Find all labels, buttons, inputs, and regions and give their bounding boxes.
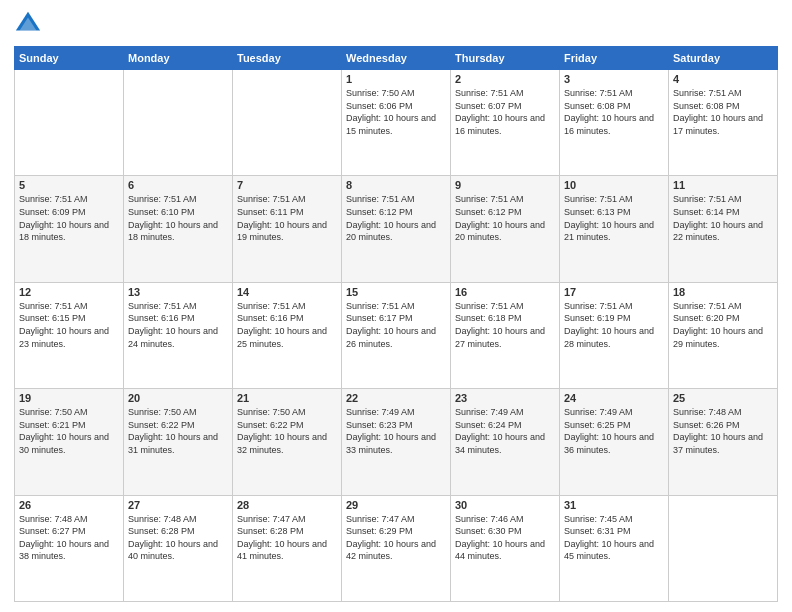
calendar-cell: 11Sunrise: 7:51 AMSunset: 6:14 PMDayligh… bbox=[669, 176, 778, 282]
day-number: 15 bbox=[346, 286, 446, 298]
calendar-cell: 7Sunrise: 7:51 AMSunset: 6:11 PMDaylight… bbox=[233, 176, 342, 282]
calendar-cell: 14Sunrise: 7:51 AMSunset: 6:16 PMDayligh… bbox=[233, 282, 342, 388]
day-number: 24 bbox=[564, 392, 664, 404]
weekday-header-sunday: Sunday bbox=[15, 47, 124, 70]
week-row-1: 1Sunrise: 7:50 AMSunset: 6:06 PMDaylight… bbox=[15, 70, 778, 176]
calendar-cell: 23Sunrise: 7:49 AMSunset: 6:24 PMDayligh… bbox=[451, 389, 560, 495]
day-number: 3 bbox=[564, 73, 664, 85]
calendar-cell: 31Sunrise: 7:45 AMSunset: 6:31 PMDayligh… bbox=[560, 495, 669, 601]
day-number: 21 bbox=[237, 392, 337, 404]
weekday-header-thursday: Thursday bbox=[451, 47, 560, 70]
calendar-cell bbox=[669, 495, 778, 601]
calendar-cell: 24Sunrise: 7:49 AMSunset: 6:25 PMDayligh… bbox=[560, 389, 669, 495]
calendar-cell: 25Sunrise: 7:48 AMSunset: 6:26 PMDayligh… bbox=[669, 389, 778, 495]
day-number: 7 bbox=[237, 179, 337, 191]
calendar-cell: 26Sunrise: 7:48 AMSunset: 6:27 PMDayligh… bbox=[15, 495, 124, 601]
day-number: 23 bbox=[455, 392, 555, 404]
page: SundayMondayTuesdayWednesdayThursdayFrid… bbox=[0, 0, 792, 612]
day-number: 6 bbox=[128, 179, 228, 191]
calendar-table: SundayMondayTuesdayWednesdayThursdayFrid… bbox=[14, 46, 778, 602]
calendar-cell bbox=[233, 70, 342, 176]
calendar-cell: 12Sunrise: 7:51 AMSunset: 6:15 PMDayligh… bbox=[15, 282, 124, 388]
calendar-cell: 4Sunrise: 7:51 AMSunset: 6:08 PMDaylight… bbox=[669, 70, 778, 176]
logo bbox=[14, 10, 46, 38]
day-info: Sunrise: 7:50 AMSunset: 6:06 PMDaylight:… bbox=[346, 87, 446, 137]
day-number: 1 bbox=[346, 73, 446, 85]
day-info: Sunrise: 7:51 AMSunset: 6:14 PMDaylight:… bbox=[673, 193, 773, 243]
day-info: Sunrise: 7:51 AMSunset: 6:16 PMDaylight:… bbox=[237, 300, 337, 350]
weekday-header-saturday: Saturday bbox=[669, 47, 778, 70]
day-number: 19 bbox=[19, 392, 119, 404]
day-number: 25 bbox=[673, 392, 773, 404]
week-row-5: 26Sunrise: 7:48 AMSunset: 6:27 PMDayligh… bbox=[15, 495, 778, 601]
day-info: Sunrise: 7:51 AMSunset: 6:09 PMDaylight:… bbox=[19, 193, 119, 243]
day-info: Sunrise: 7:50 AMSunset: 6:22 PMDaylight:… bbox=[128, 406, 228, 456]
day-info: Sunrise: 7:51 AMSunset: 6:18 PMDaylight:… bbox=[455, 300, 555, 350]
day-number: 22 bbox=[346, 392, 446, 404]
calendar-cell bbox=[15, 70, 124, 176]
day-number: 18 bbox=[673, 286, 773, 298]
day-number: 5 bbox=[19, 179, 119, 191]
day-info: Sunrise: 7:51 AMSunset: 6:12 PMDaylight:… bbox=[346, 193, 446, 243]
day-info: Sunrise: 7:51 AMSunset: 6:19 PMDaylight:… bbox=[564, 300, 664, 350]
day-number: 17 bbox=[564, 286, 664, 298]
day-info: Sunrise: 7:49 AMSunset: 6:24 PMDaylight:… bbox=[455, 406, 555, 456]
calendar-cell: 19Sunrise: 7:50 AMSunset: 6:21 PMDayligh… bbox=[15, 389, 124, 495]
day-info: Sunrise: 7:51 AMSunset: 6:08 PMDaylight:… bbox=[673, 87, 773, 137]
calendar-cell: 3Sunrise: 7:51 AMSunset: 6:08 PMDaylight… bbox=[560, 70, 669, 176]
day-number: 14 bbox=[237, 286, 337, 298]
week-row-2: 5Sunrise: 7:51 AMSunset: 6:09 PMDaylight… bbox=[15, 176, 778, 282]
day-number: 26 bbox=[19, 499, 119, 511]
calendar-cell: 8Sunrise: 7:51 AMSunset: 6:12 PMDaylight… bbox=[342, 176, 451, 282]
calendar-cell: 27Sunrise: 7:48 AMSunset: 6:28 PMDayligh… bbox=[124, 495, 233, 601]
calendar-cell: 9Sunrise: 7:51 AMSunset: 6:12 PMDaylight… bbox=[451, 176, 560, 282]
calendar-cell: 6Sunrise: 7:51 AMSunset: 6:10 PMDaylight… bbox=[124, 176, 233, 282]
day-number: 9 bbox=[455, 179, 555, 191]
day-number: 2 bbox=[455, 73, 555, 85]
day-info: Sunrise: 7:50 AMSunset: 6:22 PMDaylight:… bbox=[237, 406, 337, 456]
weekday-header-tuesday: Tuesday bbox=[233, 47, 342, 70]
day-info: Sunrise: 7:50 AMSunset: 6:21 PMDaylight:… bbox=[19, 406, 119, 456]
day-number: 13 bbox=[128, 286, 228, 298]
day-info: Sunrise: 7:51 AMSunset: 6:10 PMDaylight:… bbox=[128, 193, 228, 243]
day-number: 11 bbox=[673, 179, 773, 191]
day-number: 30 bbox=[455, 499, 555, 511]
day-number: 20 bbox=[128, 392, 228, 404]
day-number: 8 bbox=[346, 179, 446, 191]
calendar-cell: 18Sunrise: 7:51 AMSunset: 6:20 PMDayligh… bbox=[669, 282, 778, 388]
calendar-cell: 13Sunrise: 7:51 AMSunset: 6:16 PMDayligh… bbox=[124, 282, 233, 388]
day-info: Sunrise: 7:51 AMSunset: 6:13 PMDaylight:… bbox=[564, 193, 664, 243]
day-info: Sunrise: 7:51 AMSunset: 6:07 PMDaylight:… bbox=[455, 87, 555, 137]
day-info: Sunrise: 7:51 AMSunset: 6:08 PMDaylight:… bbox=[564, 87, 664, 137]
calendar-cell: 16Sunrise: 7:51 AMSunset: 6:18 PMDayligh… bbox=[451, 282, 560, 388]
day-number: 29 bbox=[346, 499, 446, 511]
calendar-cell: 22Sunrise: 7:49 AMSunset: 6:23 PMDayligh… bbox=[342, 389, 451, 495]
week-row-3: 12Sunrise: 7:51 AMSunset: 6:15 PMDayligh… bbox=[15, 282, 778, 388]
day-number: 10 bbox=[564, 179, 664, 191]
day-number: 12 bbox=[19, 286, 119, 298]
calendar-cell: 2Sunrise: 7:51 AMSunset: 6:07 PMDaylight… bbox=[451, 70, 560, 176]
calendar-cell: 20Sunrise: 7:50 AMSunset: 6:22 PMDayligh… bbox=[124, 389, 233, 495]
day-info: Sunrise: 7:47 AMSunset: 6:29 PMDaylight:… bbox=[346, 513, 446, 563]
calendar-cell: 5Sunrise: 7:51 AMSunset: 6:09 PMDaylight… bbox=[15, 176, 124, 282]
header bbox=[14, 10, 778, 38]
day-number: 31 bbox=[564, 499, 664, 511]
weekday-header-wednesday: Wednesday bbox=[342, 47, 451, 70]
calendar-cell: 28Sunrise: 7:47 AMSunset: 6:28 PMDayligh… bbox=[233, 495, 342, 601]
day-number: 28 bbox=[237, 499, 337, 511]
calendar-cell bbox=[124, 70, 233, 176]
calendar-cell: 1Sunrise: 7:50 AMSunset: 6:06 PMDaylight… bbox=[342, 70, 451, 176]
day-info: Sunrise: 7:51 AMSunset: 6:20 PMDaylight:… bbox=[673, 300, 773, 350]
day-info: Sunrise: 7:49 AMSunset: 6:25 PMDaylight:… bbox=[564, 406, 664, 456]
week-row-4: 19Sunrise: 7:50 AMSunset: 6:21 PMDayligh… bbox=[15, 389, 778, 495]
day-info: Sunrise: 7:49 AMSunset: 6:23 PMDaylight:… bbox=[346, 406, 446, 456]
weekday-header-monday: Monday bbox=[124, 47, 233, 70]
calendar-cell: 30Sunrise: 7:46 AMSunset: 6:30 PMDayligh… bbox=[451, 495, 560, 601]
day-info: Sunrise: 7:48 AMSunset: 6:28 PMDaylight:… bbox=[128, 513, 228, 563]
calendar-cell: 17Sunrise: 7:51 AMSunset: 6:19 PMDayligh… bbox=[560, 282, 669, 388]
day-number: 4 bbox=[673, 73, 773, 85]
logo-icon bbox=[14, 10, 42, 38]
day-info: Sunrise: 7:51 AMSunset: 6:15 PMDaylight:… bbox=[19, 300, 119, 350]
weekday-header-row: SundayMondayTuesdayWednesdayThursdayFrid… bbox=[15, 47, 778, 70]
calendar-cell: 21Sunrise: 7:50 AMSunset: 6:22 PMDayligh… bbox=[233, 389, 342, 495]
